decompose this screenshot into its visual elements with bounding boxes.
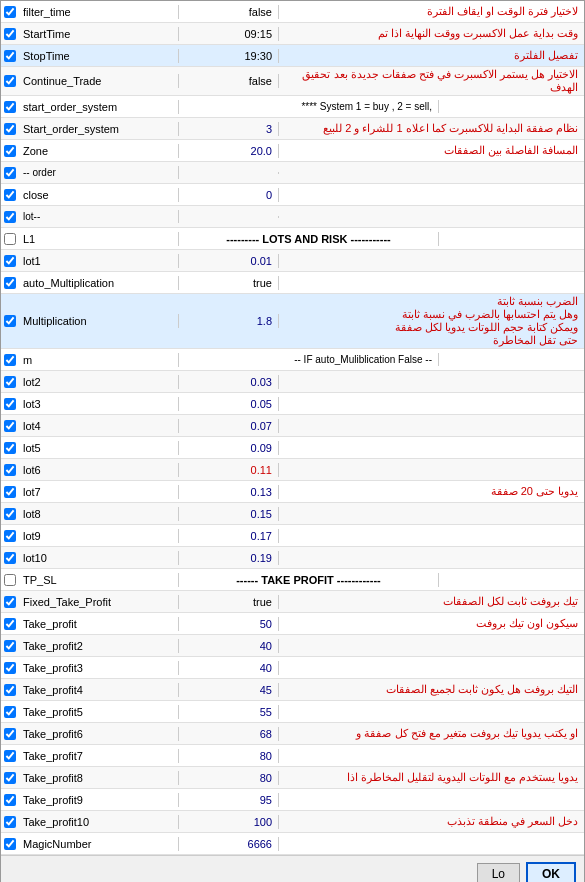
value-Take_profit10[interactable]: 100 <box>179 815 279 829</box>
checkbox-Fixed_Take_Profit[interactable] <box>1 595 19 609</box>
checkbox-StartTime[interactable] <box>1 27 19 41</box>
value-lot2[interactable]: 0.03 <box>179 375 279 389</box>
comment-lot7: يدويا حتى 20 صفقة <box>279 484 584 499</box>
checkbox-Take_profit8[interactable] <box>1 771 19 785</box>
value-Take_profit[interactable]: 50 <box>179 617 279 631</box>
label-StartTime: StartTime <box>19 27 179 41</box>
checkbox-auto_Multiplication[interactable] <box>1 276 19 290</box>
value-Zone[interactable]: 20.0 <box>179 144 279 158</box>
checkbox-lot8[interactable] <box>1 507 19 521</box>
value-lot8[interactable]: 0.15 <box>179 507 279 521</box>
value-MagicNumber[interactable]: 6666 <box>179 837 279 851</box>
checkbox-lot2[interactable] <box>1 375 19 389</box>
checkbox-TP_SL[interactable] <box>1 573 19 587</box>
value-auto_Multiplication[interactable]: true <box>179 276 279 290</box>
checkbox-Zone[interactable] <box>1 144 19 158</box>
checkbox-lot10[interactable] <box>1 551 19 565</box>
checkbox-order[interactable] <box>1 166 19 180</box>
value-m[interactable]: -- IF auto_Muliblication False -- <box>179 353 439 366</box>
comment-lot8 <box>279 513 584 515</box>
row-Take_profit2: Take_profit2 40 <box>1 635 584 657</box>
checkbox-StopTime[interactable] <box>1 49 19 63</box>
checkbox-Take_profit9[interactable] <box>1 793 19 807</box>
checkbox-filter_time[interactable] <box>1 5 19 19</box>
comment-StartTime: وقت بداية عمل الاكسبرت ووقت النهاية اذا … <box>279 26 584 41</box>
value-lot4[interactable]: 0.07 <box>179 419 279 433</box>
value-Fixed_Take_Profit[interactable]: true <box>179 595 279 609</box>
comment-order <box>279 172 584 174</box>
value-lot9[interactable]: 0.17 <box>179 529 279 543</box>
checkbox-close[interactable] <box>1 188 19 202</box>
comment-lot10 <box>279 557 584 559</box>
comment-lot6 <box>279 469 584 471</box>
value-Continue_Trade[interactable]: false <box>179 74 279 88</box>
checkbox-lot5[interactable] <box>1 441 19 455</box>
checkbox-Take_profit4[interactable] <box>1 683 19 697</box>
checkbox-Take_profit[interactable] <box>1 617 19 631</box>
value-Start_order_system[interactable]: 3 <box>179 122 279 136</box>
checkbox-Continue_Trade[interactable] <box>1 74 19 88</box>
value-filter_time[interactable]: false <box>179 5 279 19</box>
checkbox-lot9[interactable] <box>1 529 19 543</box>
value-lot-dash[interactable] <box>179 216 279 218</box>
checkbox-Multiplication[interactable] <box>1 314 19 328</box>
label-lot10: lot10 <box>19 551 179 565</box>
label-lot1: lot1 <box>19 254 179 268</box>
comment-lot1 <box>279 260 584 262</box>
checkbox-lot6[interactable] <box>1 463 19 477</box>
value-Take_profit5[interactable]: 55 <box>179 705 279 719</box>
value-Take_profit7[interactable]: 80 <box>179 749 279 763</box>
checkbox-lot4[interactable] <box>1 419 19 433</box>
value-StartTime[interactable]: 09:15 <box>179 27 279 41</box>
checkbox-lot1[interactable] <box>1 254 19 268</box>
checkbox-MagicNumber[interactable] <box>1 837 19 851</box>
checkbox-Take_profit3[interactable] <box>1 661 19 675</box>
checkbox-lot7[interactable] <box>1 485 19 499</box>
checkbox-Take_profit6[interactable] <box>1 727 19 741</box>
value-Take_profit4[interactable]: 45 <box>179 683 279 697</box>
lo-button[interactable]: Lo <box>477 863 520 882</box>
row-StopTime: StopTime 19:30 تفصيل الفلترة <box>1 45 584 67</box>
value-Multiplication[interactable]: 1.8 <box>179 314 279 328</box>
value-Take_profit3[interactable]: 40 <box>179 661 279 675</box>
row-TP_SL: TP_SL ------ TAKE PROFIT ------------ <box>1 569 584 591</box>
checkbox-lot-dash[interactable] <box>1 210 19 224</box>
checkbox-Take_profit2[interactable] <box>1 639 19 653</box>
checkbox-m[interactable] <box>1 353 19 367</box>
row-lot10: lot10 0.19 <box>1 547 584 569</box>
checkbox-start_order_system[interactable] <box>1 100 19 114</box>
comment-Multiplication: الضرب بنسبة ثابتةوهل يتم احتسابها بالضرب… <box>279 294 584 348</box>
value-Take_profit2[interactable]: 40 <box>179 639 279 653</box>
value-lot10[interactable]: 0.19 <box>179 551 279 565</box>
comment-lot2 <box>279 381 584 383</box>
value-TP_SL: ------ TAKE PROFIT ------------ <box>179 573 439 587</box>
value-Take_profit9[interactable]: 95 <box>179 793 279 807</box>
value-Take_profit6[interactable]: 68 <box>179 727 279 741</box>
row-Take_profit9: Take_profit9 95 <box>1 789 584 811</box>
checkbox-Take_profit5[interactable] <box>1 705 19 719</box>
value-lot7[interactable]: 0.13 <box>179 485 279 499</box>
value-lot5[interactable]: 0.09 <box>179 441 279 455</box>
label-MagicNumber: MagicNumber <box>19 837 179 851</box>
value-lot3[interactable]: 0.05 <box>179 397 279 411</box>
value-StopTime[interactable]: 19:30 <box>179 49 279 63</box>
value-order[interactable] <box>179 172 279 174</box>
value-lot1[interactable]: 0.01 <box>179 254 279 268</box>
label-Multiplication: Multiplication <box>19 314 179 328</box>
label-lot5: lot5 <box>19 441 179 455</box>
checkbox-L1[interactable] <box>1 232 19 246</box>
value-lot6[interactable]: 0.11 <box>179 463 279 477</box>
checkbox-Take_profit10[interactable] <box>1 815 19 829</box>
comment-lot4 <box>279 425 584 427</box>
row-lot2: lot2 0.03 <box>1 371 584 393</box>
ok-button[interactable]: OK <box>526 862 576 882</box>
checkbox-lot3[interactable] <box>1 397 19 411</box>
value-Take_profit8[interactable]: 80 <box>179 771 279 785</box>
checkbox-Take_profit7[interactable] <box>1 749 19 763</box>
comment-Zone: المسافة الفاصلة بين الصفقات <box>279 143 584 158</box>
label-Take_profit3: Take_profit3 <box>19 661 179 675</box>
value-close[interactable]: 0 <box>179 188 279 202</box>
label-filter_time: filter_time <box>19 5 179 19</box>
value-start_order_system[interactable]: **** System 1 = buy , 2 = sell, <box>179 100 439 113</box>
checkbox-Start_order_system[interactable] <box>1 122 19 136</box>
